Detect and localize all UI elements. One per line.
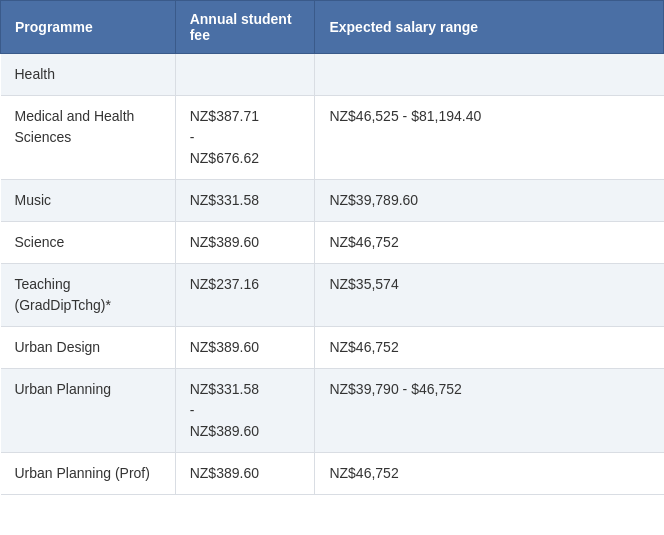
cell-fee: NZ$389.60 [175,222,315,264]
table-row: Urban DesignNZ$389.60NZ$46,752 [1,327,664,369]
cell-salary: NZ$46,752 [315,222,664,264]
cell-fee: NZ$331.58 [175,180,315,222]
cell-programme: Teaching (GradDipTchg)* [1,264,176,327]
fees-table: Programme Annual student fee Expected sa… [0,0,664,495]
cell-programme: Urban Planning (Prof) [1,453,176,495]
cell-salary: NZ$39,789.60 [315,180,664,222]
cell-salary: NZ$35,574 [315,264,664,327]
cell-programme: Medical and Health Sciences [1,96,176,180]
table-row: Urban PlanningNZ$331.58-NZ$389.60NZ$39,7… [1,369,664,453]
cell-salary: NZ$46,752 [315,327,664,369]
table-row: Teaching (GradDipTchg)*NZ$237.16NZ$35,57… [1,264,664,327]
cell-fee: NZ$389.60 [175,453,315,495]
cell-programme: Science [1,222,176,264]
cell-programme: Urban Design [1,327,176,369]
header-salary: Expected salary range [315,1,664,54]
table-header-row: Programme Annual student fee Expected sa… [1,1,664,54]
cell-salary: NZ$39,790 - $46,752 [315,369,664,453]
fee-table-container: Programme Annual student fee Expected sa… [0,0,664,495]
cell-programme: Health [1,54,176,96]
header-programme: Programme [1,1,176,54]
cell-salary [315,54,664,96]
table-row: ScienceNZ$389.60NZ$46,752 [1,222,664,264]
cell-programme: Music [1,180,176,222]
cell-fee: NZ$331.58-NZ$389.60 [175,369,315,453]
table-row: Urban Planning (Prof)NZ$389.60NZ$46,752 [1,453,664,495]
cell-fee: NZ$387.71-NZ$676.62 [175,96,315,180]
cell-fee [175,54,315,96]
table-row: Medical and Health SciencesNZ$387.71-NZ$… [1,96,664,180]
cell-salary: NZ$46,752 [315,453,664,495]
cell-fee: NZ$389.60 [175,327,315,369]
cell-programme: Urban Planning [1,369,176,453]
table-row: MusicNZ$331.58NZ$39,789.60 [1,180,664,222]
cell-fee: NZ$237.16 [175,264,315,327]
table-row: Health [1,54,664,96]
cell-salary: NZ$46,525 - $81,194.40 [315,96,664,180]
header-fee: Annual student fee [175,1,315,54]
